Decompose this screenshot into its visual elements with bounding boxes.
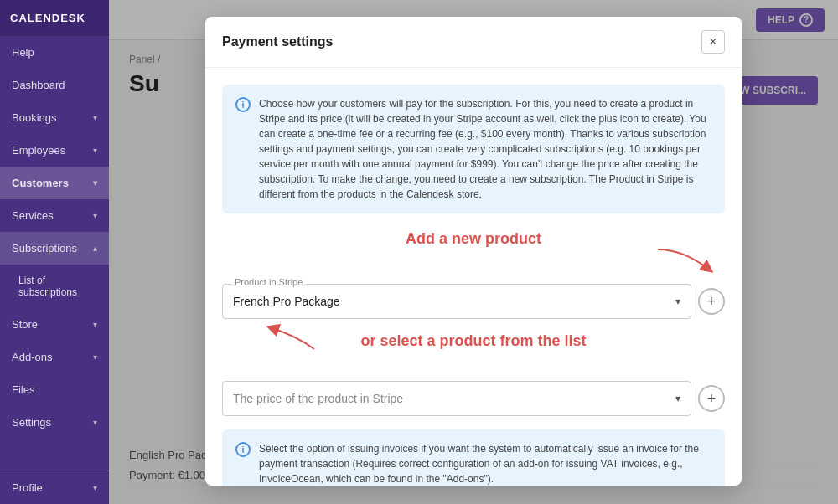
sidebar-item-label: Customers — [12, 177, 69, 189]
product-select-label: Product in Stripe — [231, 277, 306, 287]
sidebar-item-label: Dashboard — [12, 79, 65, 91]
sidebar-item-list-of-subscriptions[interactable]: List of subscriptions — [0, 265, 109, 308]
sidebar-item-dashboard[interactable]: Dashboard — [0, 69, 109, 101]
chevron-icon: ▾ — [93, 418, 97, 427]
modal-close-button[interactable]: × — [701, 30, 725, 54]
product-select[interactable]: French Pro Package — [223, 285, 691, 318]
sidebar-logo: CALENDESK — [0, 0, 109, 36]
sidebar-item-files[interactable]: Files — [0, 373, 109, 406]
sidebar-item-label: List of subscriptions — [18, 275, 97, 298]
sidebar-item-label: Help — [12, 46, 34, 59]
sidebar-item-subscriptions[interactable]: Subscriptions ▴ — [0, 232, 109, 265]
sidebar-item-label: Subscriptions — [12, 242, 77, 255]
sidebar-item-settings[interactable]: Settings ▾ — [0, 406, 109, 439]
annotation-select-product-area: or select a product from the list — [222, 332, 725, 374]
price-field-row: The price of the product in Stripe ▾ + — [222, 381, 725, 416]
sidebar-item-label: Settings — [12, 416, 51, 429]
sidebar-item-label: Add-ons — [12, 351, 52, 363]
main-content: HELP ? Panel / Su ● ADD A NEW SUBSCRI...… — [109, 0, 838, 504]
chevron-icon: ▾ — [93, 146, 97, 155]
sidebar-item-addons[interactable]: Add-ons ▾ — [0, 341, 109, 373]
add-product-button[interactable]: + — [698, 288, 725, 315]
sidebar-item-customers[interactable]: Customers ▾ — [0, 167, 109, 199]
sidebar-item-employees[interactable]: Employees ▾ — [0, 134, 109, 167]
chevron-icon: ▾ — [93, 178, 97, 188]
chevron-icon: ▴ — [93, 244, 97, 253]
price-select[interactable]: The price of the product in Stripe — [223, 382, 691, 415]
sidebar-item-label: Bookings — [12, 111, 56, 124]
sidebar-item-label: Store — [12, 318, 38, 331]
modal-body: i Choose how your customers will pay for… — [205, 68, 742, 486]
sidebar-item-help[interactable]: Help — [0, 36, 109, 69]
info-box-payment: i Choose how your customers will pay for… — [222, 85, 725, 213]
info-icon-2: i — [235, 442, 251, 457]
chevron-icon: ▾ — [93, 211, 97, 220]
arrow-add-product — [649, 245, 716, 275]
modal-overlay: Payment settings × i Choose how your cus… — [109, 0, 838, 504]
info-icon: i — [235, 97, 251, 112]
modal-header: Payment settings × — [205, 17, 742, 68]
product-select-wrapper: Product in Stripe French Pro Package ▾ — [222, 284, 691, 319]
chevron-icon: ▾ — [93, 113, 97, 122]
product-field-row: Product in Stripe French Pro Package ▾ + — [222, 284, 725, 319]
sidebar-item-label: Employees — [12, 144, 65, 157]
modal-title: Payment settings — [222, 34, 333, 49]
sidebar-item-profile[interactable]: Profile ▾ — [0, 471, 109, 504]
info-text-invoice: Select the option of issuing invoices if… — [259, 441, 711, 486]
price-select-wrapper: The price of the product in Stripe ▾ — [222, 381, 691, 416]
sidebar-item-label: Profile — [12, 481, 43, 494]
payment-settings-modal: Payment settings × i Choose how your cus… — [205, 17, 742, 486]
sidebar-item-label: Files — [12, 383, 34, 396]
annotation-add-product-area: Add a new product — [222, 230, 725, 280]
sidebar-item-bookings[interactable]: Bookings ▾ — [0, 101, 109, 134]
sidebar-item-label: Services — [12, 209, 54, 222]
chevron-icon: ▾ — [93, 483, 97, 492]
arrow-select-product — [256, 324, 323, 353]
sidebar: CALENDESK Help Dashboard Bookings ▾ Empl… — [0, 0, 109, 504]
info-box-invoice: i Select the option of issuing invoices … — [222, 429, 725, 486]
add-price-button[interactable]: + — [698, 385, 725, 412]
chevron-icon: ▾ — [93, 352, 97, 362]
chevron-icon: ▾ — [93, 320, 97, 329]
sidebar-item-store[interactable]: Store ▾ — [0, 308, 109, 341]
sidebar-item-services[interactable]: Services ▾ — [0, 199, 109, 232]
info-text-payment: Choose how your customers will pay for t… — [259, 96, 711, 202]
